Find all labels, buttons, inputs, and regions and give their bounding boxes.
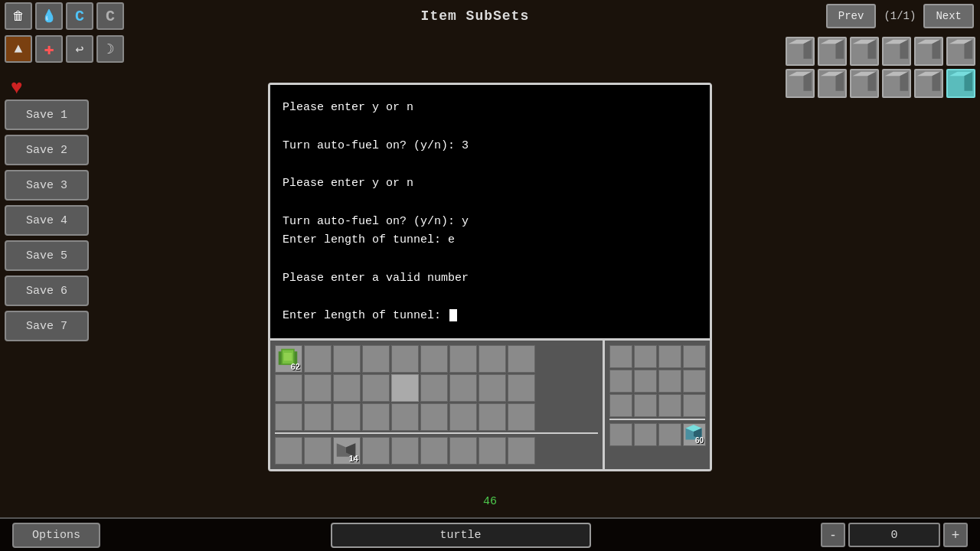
save-5-button[interactable]: Save 5 xyxy=(5,240,89,271)
inv-cell-3-5[interactable] xyxy=(391,403,419,431)
hotbar-4[interactable] xyxy=(362,437,390,465)
inv-cell-2-5[interactable] xyxy=(391,374,419,402)
save-3-button[interactable]: Save 3 xyxy=(5,170,89,201)
c-icon-2[interactable]: C xyxy=(96,2,124,30)
side-2-3[interactable] xyxy=(658,370,681,393)
moon-icon[interactable]: ☽ xyxy=(96,35,124,63)
terminal-line-9 xyxy=(283,250,697,269)
hotbar-7[interactable] xyxy=(449,437,477,465)
inv-cell-2-7[interactable] xyxy=(449,374,477,402)
hotbar-8[interactable] xyxy=(479,437,506,465)
terminal-line-5: Please enter y or n xyxy=(283,174,697,194)
side-2-1[interactable] xyxy=(609,370,632,393)
side-2-4[interactable] xyxy=(683,370,706,393)
inv-cell-1-8[interactable] xyxy=(479,345,506,373)
prev-button[interactable]: Prev xyxy=(826,4,877,28)
side-3-1[interactable] xyxy=(609,394,632,417)
inv-cell-2-3[interactable] xyxy=(333,374,361,402)
water-icon[interactable]: 💧 xyxy=(35,2,63,30)
inv-cell-1-2[interactable] xyxy=(304,345,332,373)
mountain-icon[interactable]: ▲ xyxy=(5,35,32,63)
toolbar-row2: ▲ ✚ ↩ ☽ xyxy=(0,32,124,66)
inv-cell-1-5[interactable] xyxy=(391,345,419,373)
item-cube-10[interactable] xyxy=(882,69,911,98)
hotbar-count-3: 14 xyxy=(349,454,358,463)
plus-icon[interactable]: ✚ xyxy=(35,35,63,63)
hotbar-9[interactable] xyxy=(508,437,535,465)
inv-cell-3-6[interactable] xyxy=(420,403,448,431)
terminal-area: Please enter y or n Turn auto-fuel on? (… xyxy=(270,85,710,338)
search-input[interactable] xyxy=(331,523,591,548)
toolbar-left-icons: 🗑 💧 C C xyxy=(0,2,124,30)
side-3-4[interactable] xyxy=(683,394,706,417)
hotbar-6[interactable] xyxy=(420,437,448,465)
side-1-2[interactable] xyxy=(634,345,657,368)
save-6-button[interactable]: Save 6 xyxy=(5,276,89,306)
hotbar-5[interactable] xyxy=(391,437,419,465)
side-h-1[interactable] xyxy=(609,423,632,446)
item-cube-5[interactable] xyxy=(914,37,943,66)
inv-cell-2-9[interactable] xyxy=(508,374,535,402)
stepper-minus-button[interactable]: - xyxy=(821,523,845,547)
side-h-2[interactable] xyxy=(634,423,657,446)
stepper-value: 0 xyxy=(848,523,940,547)
save-7-button[interactable]: Save 7 xyxy=(5,311,89,341)
save-1-button[interactable]: Save 1 xyxy=(5,99,89,130)
item-cube-4[interactable] xyxy=(882,37,911,66)
next-button[interactable]: Next xyxy=(923,4,974,28)
delete-icon[interactable]: 🗑 xyxy=(5,2,32,30)
inv-cell-3-1[interactable] xyxy=(275,403,302,431)
inventory-side: 60 xyxy=(603,341,710,469)
inv-cell-3-4[interactable] xyxy=(362,403,390,431)
side-2-2[interactable] xyxy=(634,370,657,393)
inv-cell-3-8[interactable] xyxy=(479,403,506,431)
inv-cell-3-9[interactable] xyxy=(508,403,535,431)
terminal-line-8: Enter length of tunnel: e xyxy=(283,231,697,250)
stepper-plus-button[interactable]: + xyxy=(943,523,968,547)
item-cube-3[interactable] xyxy=(850,37,879,66)
inv-cell-1-7[interactable] xyxy=(449,345,477,373)
item-cube-9[interactable] xyxy=(850,69,879,98)
c-icon-1[interactable]: C xyxy=(66,2,93,30)
page-title: Item SubSets xyxy=(124,8,826,24)
item-cube-11[interactable] xyxy=(914,69,943,98)
inv-cell-2-6[interactable] xyxy=(420,374,448,402)
undo-icon[interactable]: ↩ xyxy=(66,35,93,63)
options-button[interactable]: Options xyxy=(12,523,100,548)
item-cube-1[interactable] xyxy=(786,37,815,66)
inv-cell-1-9[interactable] xyxy=(508,345,535,373)
side-3-3[interactable] xyxy=(658,394,681,417)
side-3-2[interactable] xyxy=(634,394,657,417)
svg-rect-0 xyxy=(789,44,804,59)
item-cube-8[interactable] xyxy=(818,69,847,98)
svg-rect-39 xyxy=(284,353,292,361)
item-cube-7[interactable] xyxy=(786,69,815,98)
side-1-4[interactable] xyxy=(683,345,706,368)
inv-cell-2-8[interactable] xyxy=(479,374,506,402)
inv-cell-2-2[interactable] xyxy=(304,374,332,402)
side-h-3[interactable] xyxy=(658,423,681,446)
inv-cell-3-2[interactable] xyxy=(304,403,332,431)
svg-rect-12 xyxy=(917,44,933,59)
item-cube-2[interactable] xyxy=(818,37,847,66)
inv-cell-1-4[interactable] xyxy=(362,345,390,373)
inv-cell-3-7[interactable] xyxy=(449,403,477,431)
inv-cell-3-3[interactable] xyxy=(333,403,361,431)
hotbar-2[interactable] xyxy=(304,437,332,465)
side-h-4-cyan[interactable]: 60 xyxy=(683,423,706,446)
terminal-line-4 xyxy=(283,155,697,174)
side-1-1[interactable] xyxy=(609,345,632,368)
side-1-3[interactable] xyxy=(658,345,681,368)
inv-cell-1-6[interactable] xyxy=(420,345,448,373)
inventory-main: 62 xyxy=(270,341,603,469)
save-4-button[interactable]: Save 4 xyxy=(5,205,89,236)
item-cube-12-cyan[interactable] xyxy=(946,69,975,98)
inv-cell-1-1[interactable]: 62 xyxy=(275,345,302,373)
inv-cell-2-4[interactable] xyxy=(362,374,390,402)
hotbar-1[interactable] xyxy=(275,437,302,465)
inv-cell-1-3[interactable] xyxy=(333,345,361,373)
inv-cell-2-1[interactable] xyxy=(275,374,302,402)
item-cube-6[interactable] xyxy=(946,37,975,66)
hotbar-3[interactable]: 14 xyxy=(333,437,361,465)
save-2-button[interactable]: Save 2 xyxy=(5,135,89,165)
